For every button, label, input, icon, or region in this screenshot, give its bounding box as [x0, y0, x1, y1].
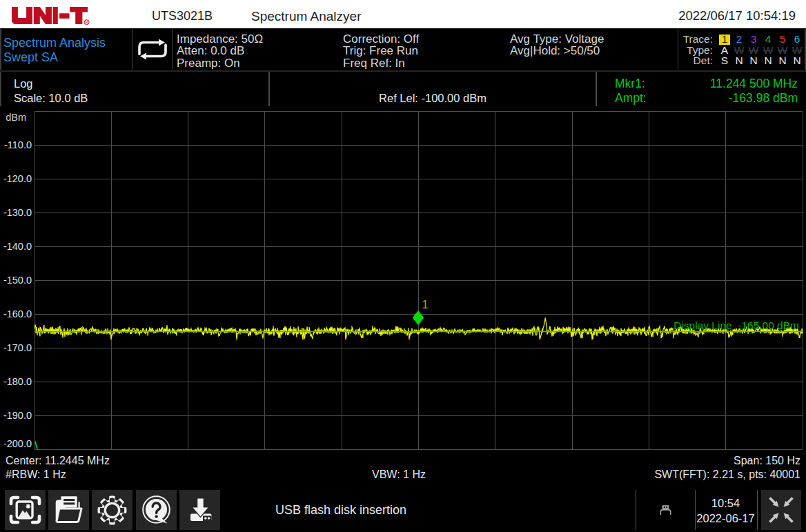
- svg-text:-200.0: -200.0: [3, 438, 32, 449]
- svg-text:-110.0: -110.0: [4, 139, 32, 150]
- svg-text:-120.0: -120.0: [3, 173, 32, 184]
- svg-text:-130.0: -130.0: [3, 207, 32, 218]
- svg-text:1: 1: [422, 298, 429, 311]
- svg-text:-190.0: -190.0: [3, 410, 32, 421]
- svg-text:Display Line -165.00 dBm: Display Line -165.00 dBm: [674, 319, 799, 331]
- svg-text:dBm: dBm: [6, 112, 26, 123]
- svg-text:-160.0: -160.0: [3, 308, 32, 319]
- svg-text:-180.0: -180.0: [3, 376, 32, 387]
- svg-text:-170.0: -170.0: [3, 342, 32, 353]
- svg-text:R: R: [86, 20, 88, 24]
- svg-text:-140.0: -140.0: [3, 241, 32, 252]
- svg-text:-150.0: -150.0: [3, 275, 32, 286]
